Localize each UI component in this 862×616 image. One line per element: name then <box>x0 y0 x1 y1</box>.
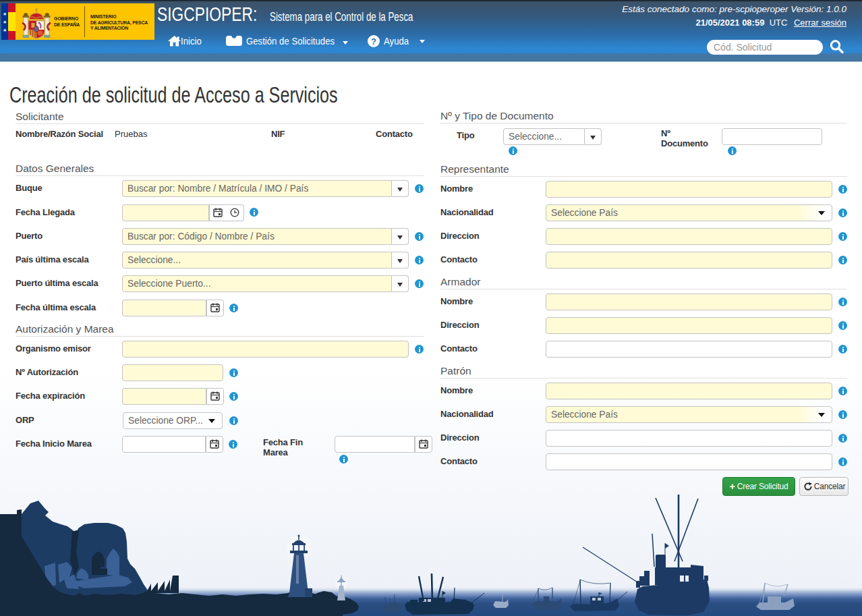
svg-text:?: ? <box>371 36 376 47</box>
